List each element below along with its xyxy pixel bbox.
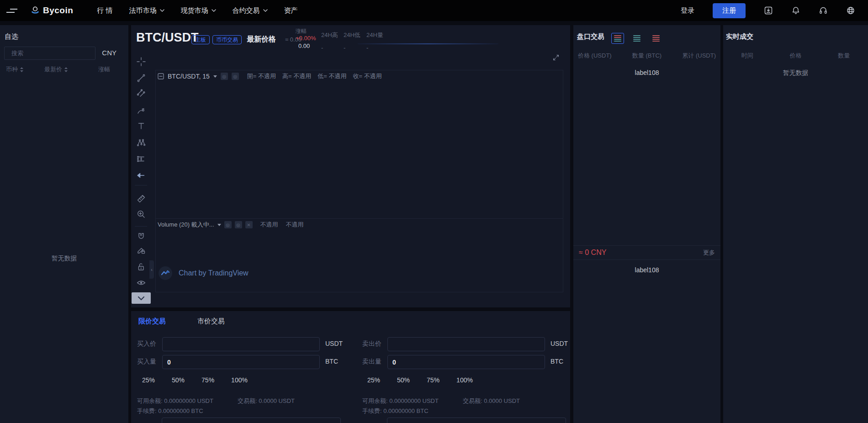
sell-percent-25[interactable]: 25% [367, 376, 380, 384]
ob-col-amount: 数量 (BTC) [632, 52, 662, 60]
toolbar-separator [135, 226, 147, 227]
drawing-mode-lock-icon[interactable] [136, 245, 146, 255]
currency-selector[interactable]: CNY [102, 49, 116, 57]
buy-price-input[interactable] [162, 337, 320, 351]
orderbook-view-both-button[interactable] [611, 33, 624, 44]
toolbar-collapse-handle[interactable]: ‹ [149, 260, 154, 279]
volume-remove-icon[interactable]: ✕ [245, 221, 253, 228]
notifications-bell-icon[interactable] [791, 6, 800, 15]
sell-percent-50[interactable]: 50% [397, 376, 410, 384]
trades-empty-text: 暂无数据 [723, 69, 868, 77]
buy-percent-25[interactable]: 25% [142, 376, 155, 384]
volume-dropdown-caret[interactable] [217, 224, 221, 226]
crosshair-tool-icon[interactable] [136, 57, 146, 67]
sell-price-label: 卖出价 [362, 340, 385, 348]
index-price-cny: ≈ 0 CNY [579, 249, 606, 257]
app-download-icon[interactable] [764, 6, 773, 15]
xabcd-pattern-tool-icon[interactable] [136, 138, 146, 148]
chevron-down-icon [263, 9, 268, 12]
column-symbol[interactable]: 币种 [6, 65, 24, 74]
volume-study-title[interactable]: Volume (20) 載入中... [158, 221, 214, 229]
bycoin-logo-icon [30, 5, 40, 16]
index-price-row: ≈ 0 CNY 更多 [573, 245, 720, 260]
top-navbar: Bycoin 行 情 法币市场 现货市场 合约交易 资产 登录 注册 [0, 0, 868, 21]
tradingview-attribution[interactable]: Chart by TradingView [159, 266, 249, 280]
buy-total-amount: 交易额: 0.0000 USDT [238, 397, 295, 405]
nav-item-spot-market[interactable]: 现货市场 [181, 6, 216, 15]
login-link[interactable]: 登录 [681, 6, 694, 15]
stat-24h-volume: 24H量 - [366, 31, 383, 51]
brand-logo[interactable]: Bycoin [30, 5, 73, 16]
trade-panel: 限价交易 市价交易 买入价 USDT 买入量 BTC 25% 50% 75% 1… [131, 311, 570, 423]
search-input[interactable] [11, 50, 92, 57]
buy-percent-100[interactable]: 100% [231, 376, 248, 384]
orderbook-view-bids-button[interactable] [630, 33, 643, 44]
sell-price-input[interactable] [387, 337, 545, 351]
sort-icon [64, 67, 68, 73]
toolbar-more-chevron-button[interactable] [132, 292, 151, 304]
register-button[interactable]: 注册 [713, 3, 746, 18]
column-last-price[interactable]: 最新价 [44, 65, 68, 74]
legend-dropdown-caret[interactable] [213, 75, 217, 78]
recent-trades-title: 实时成交 [726, 32, 753, 41]
buy-percent-75[interactable]: 75% [201, 376, 214, 384]
magnet-tool-icon[interactable] [136, 232, 146, 242]
main-nav: 行 情 法币市场 现货市场 合约交易 资产 [97, 6, 297, 15]
navbar-right: 登录 注册 [681, 3, 868, 18]
ob-col-total: 累计 (USDT) [682, 52, 716, 60]
trend-line-tool-icon[interactable] [136, 73, 146, 83]
nav-item-contract-trading[interactable]: 合约交易 [233, 6, 268, 15]
more-link[interactable]: 更多 [703, 249, 715, 257]
sell-price-unit: USDT [550, 340, 568, 347]
trades-column-headers: 时间 价格 数量 [723, 52, 868, 60]
measure-ruler-tool-icon[interactable] [136, 194, 146, 204]
nav-item-fiat-market[interactable]: 法币市场 [129, 6, 164, 15]
fullscreen-expand-icon[interactable] [552, 53, 560, 62]
sell-amount-input[interactable] [387, 355, 545, 369]
recent-trades-panel: 实时成交 时间 价格 数量 暂无数据 [723, 25, 868, 423]
volume-settings-icon[interactable]: ◎ [235, 221, 242, 228]
ob-col-price: 价格 (USDT) [578, 52, 612, 60]
nav-item-assets[interactable]: 资产 [284, 6, 298, 15]
undo-arrow-icon[interactable] [136, 170, 146, 180]
watchlist-empty-text: 暂无数据 [0, 254, 128, 263]
change-label: 涨幅 [296, 27, 307, 35]
stat-24h-high: 24H高 - [321, 31, 338, 51]
bids-placeholder: label108 [573, 266, 720, 274]
sell-percent-100[interactable]: 100% [456, 376, 473, 384]
asks-placeholder: label108 [573, 69, 720, 76]
volume-visibility-icon[interactable]: ◎ [224, 221, 232, 228]
buy-amount-input[interactable] [162, 355, 320, 369]
volume-value-2: 不適用 [286, 221, 304, 229]
zoom-in-tool-icon[interactable] [136, 209, 146, 219]
trades-col-time: 时间 [723, 52, 772, 60]
column-change[interactable]: 涨幅 [98, 65, 110, 74]
buy-percent-50[interactable]: 50% [172, 376, 185, 384]
brush-tool-icon[interactable] [136, 106, 146, 116]
text-tool-icon[interactable] [136, 121, 146, 131]
channel-tool-icon[interactable] [136, 88, 146, 98]
sell-percent-75[interactable]: 75% [427, 376, 439, 384]
language-globe-icon[interactable] [846, 6, 855, 15]
buy-submit-area[interactable] [162, 418, 341, 423]
nav-item-markets[interactable]: 行 情 [97, 6, 112, 15]
stat-24h-low: 24H低 - [344, 31, 360, 51]
chart-panel: BTC/USDT 主板 币币交易 最新价格 ≈ 0.00 涨幅 +0.00% 0… [131, 25, 570, 307]
chevron-down-icon [160, 9, 164, 12]
lock-all-drawings-icon[interactable] [136, 262, 146, 272]
orderbook-panel: 盘口交易 价格 (USDT) 数量 (BTC) 累计 (USDT) label1… [573, 25, 720, 423]
sell-submit-area[interactable] [387, 418, 566, 423]
support-headset-icon[interactable] [819, 6, 828, 15]
forecast-position-tool-icon[interactable] [136, 154, 146, 164]
orderbook-title: 盘口交易 [577, 32, 604, 41]
price-pane[interactable] [155, 70, 563, 218]
orderbook-view-asks-button[interactable] [650, 33, 662, 44]
market-badge: 币币交易 [212, 35, 242, 44]
volume-pane[interactable] [155, 218, 563, 292]
legend-symbol[interactable]: BTC/USDT, 15 [168, 73, 210, 80]
hamburger-menu-icon[interactable] [6, 5, 20, 16]
sell-total-amount: 交易额: 0.0000 USDT [463, 397, 520, 405]
collapse-legend-icon[interactable] [158, 73, 164, 79]
hide-drawings-eye-icon[interactable] [136, 278, 146, 288]
buy-percent-row: 25% 50% 75% 100% [142, 376, 248, 384]
